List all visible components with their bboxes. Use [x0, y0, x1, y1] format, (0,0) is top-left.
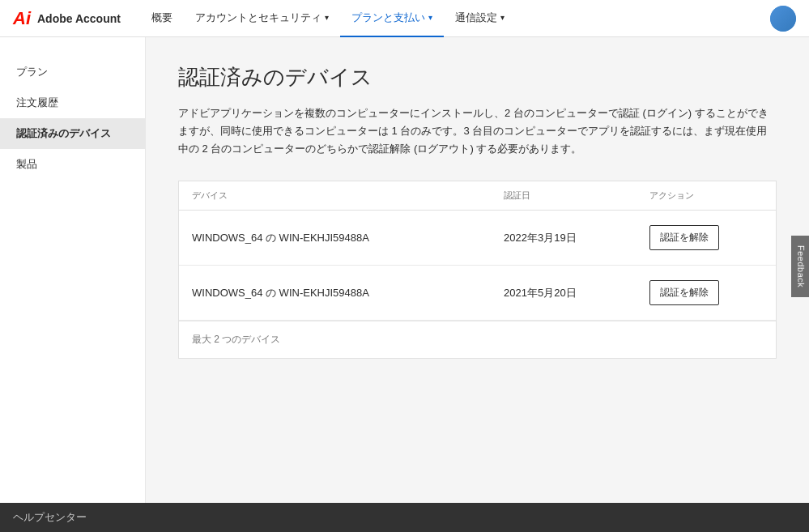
feedback-tab[interactable]: Feedback — [791, 235, 809, 296]
header-logo[interactable]: A Ai Adobe Account — [13, 10, 121, 28]
table-header-row: デバイス 認証日 アクション — [179, 181, 776, 211]
adobe-wordmark-icon: Ai — [13, 10, 31, 28]
header-brand-label: Adobe Account — [37, 12, 121, 25]
max-devices-note: 最大 2 つのデバイス — [179, 321, 776, 358]
sidebar-item-authenticated-devices[interactable]: 認証済みのデバイス — [0, 118, 145, 149]
nav-item-account-security[interactable]: アカウントとセキュリティ ▾ — [184, 0, 340, 37]
chevron-down-icon: ▾ — [325, 13, 329, 22]
main-content: 認証済みのデバイス アドビアプリケーションを複数のコンピューターにインストールし… — [146, 37, 809, 532]
sidebar-item-order-history[interactable]: 注文履歴 — [0, 87, 145, 118]
bottom-bar-text: ヘルプセンター — [13, 510, 87, 525]
chevron-down-icon: ▾ — [500, 13, 505, 22]
nav-item-overview[interactable]: 概要 — [140, 0, 184, 37]
page-title: 認証済みのデバイス — [178, 63, 777, 92]
bottom-bar: ヘルプセンター — [0, 503, 809, 532]
chevron-down-icon: ▾ — [428, 13, 432, 22]
table-row: WINDOWS_64 の WIN-EKHJI59488A 2022年3月19日 … — [179, 211, 776, 266]
sidebar: プラン 注文履歴 認証済みのデバイス 製品 — [0, 37, 146, 532]
avatar-image — [770, 6, 796, 32]
page-description: アドビアプリケーションを複数のコンピューターにインストールし、2 台のコンピュー… — [178, 104, 777, 158]
sidebar-item-products[interactable]: 製品 — [0, 149, 145, 180]
device-name: WINDOWS_64 の WIN-EKHJI59488A — [192, 231, 504, 245]
device-date: 2022年3月19日 — [504, 231, 649, 245]
nav-item-communication[interactable]: 通信設定 ▾ — [444, 0, 516, 37]
sidebar-item-plans[interactable]: プラン — [0, 57, 145, 87]
device-name: WINDOWS_64 の WIN-EKHJI59488A — [192, 286, 504, 300]
devices-table: デバイス 認証日 アクション WINDOWS_64 の WIN-EKHJI594… — [178, 181, 777, 359]
device-action: 認証を解除 — [649, 225, 763, 250]
device-action: 認証を解除 — [649, 280, 763, 305]
col-header-action: アクション — [649, 189, 763, 202]
deactivate-button-2[interactable]: 認証を解除 — [649, 280, 719, 305]
col-header-date: 認証日 — [504, 189, 649, 202]
avatar[interactable] — [770, 6, 796, 32]
header-nav: 概要 アカウントとセキュリティ ▾ プランと支払い ▾ 通信設定 ▾ — [140, 0, 770, 37]
table-row: WINDOWS_64 の WIN-EKHJI59488A 2021年5月20日 … — [179, 266, 776, 321]
main-layout: プラン 注文履歴 認証済みのデバイス 製品 認証済みのデバイス アドビアプリケー… — [0, 37, 809, 532]
header: A Ai Adobe Account 概要 アカウントとセキュリティ ▾ プラン… — [0, 0, 809, 37]
deactivate-button-1[interactable]: 認証を解除 — [649, 225, 719, 250]
col-header-device: デバイス — [192, 189, 504, 202]
device-date: 2021年5月20日 — [504, 286, 649, 300]
nav-item-plans-billing[interactable]: プランと支払い ▾ — [340, 0, 444, 37]
